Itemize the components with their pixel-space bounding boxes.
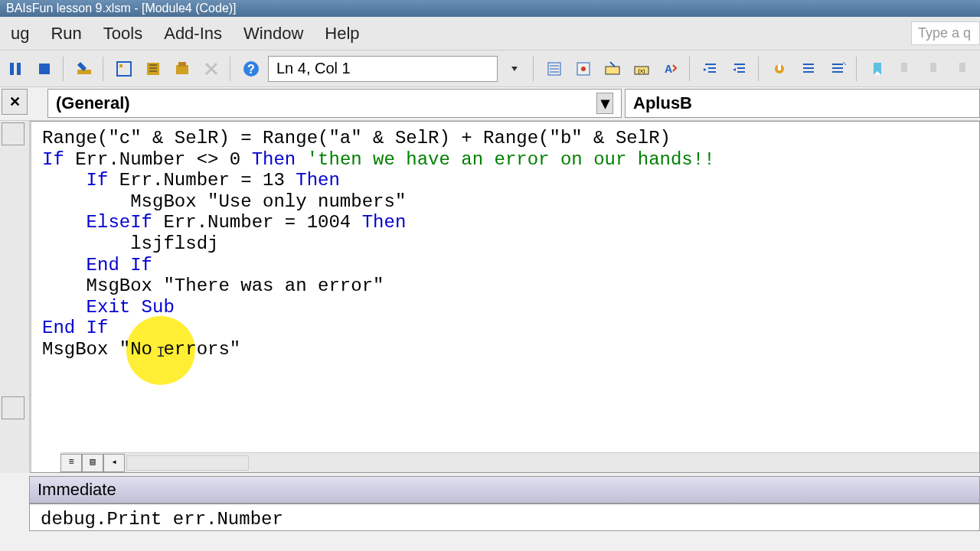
menu-left: ug Run Tools Add-Ins Window Help xyxy=(0,19,371,48)
dropdown-arrow-icon[interactable] xyxy=(502,57,527,81)
parameter-info-icon[interactable]: (x) xyxy=(629,57,654,81)
code-line: lsjflsdj xyxy=(42,233,969,255)
outdent-icon[interactable] xyxy=(727,57,752,81)
svg-rect-8 xyxy=(178,62,186,67)
title-bar: BAIsFun lesson 9.xlsm - [Module4 (Code)] xyxy=(0,0,980,17)
svg-rect-19 xyxy=(778,64,781,70)
bookmark-icon[interactable] xyxy=(865,57,890,81)
procedure-dropdown[interactable]: AplusB xyxy=(625,89,980,118)
list-properties-icon[interactable] xyxy=(542,57,567,81)
menu-help[interactable]: Help xyxy=(314,19,370,48)
menu-window[interactable]: Window xyxy=(233,19,314,48)
position-text: Ln 4, Col 1 xyxy=(276,60,351,77)
code-line: Exit Sub xyxy=(42,297,969,318)
menu-tools[interactable]: Tools xyxy=(93,19,153,48)
close-icon: ✕ xyxy=(9,93,21,110)
object-dropdown-value: (General) xyxy=(56,93,130,113)
scroll-controls: ≡ ▤ ◂ xyxy=(60,452,979,472)
left-gutter xyxy=(0,121,29,473)
svg-rect-14 xyxy=(606,67,619,74)
immediate-window[interactable]: debug.Print err.Number xyxy=(29,504,980,531)
design-mode-icon[interactable] xyxy=(72,57,96,81)
toolbar: ? Ln 4, Col 1 (x) A xyxy=(0,51,980,87)
toolbox-icon[interactable] xyxy=(199,57,224,81)
code-line: End If xyxy=(42,318,969,339)
type-question-box[interactable]: Type a q xyxy=(911,21,980,45)
immediate-window-header[interactable]: Immediate xyxy=(29,476,980,504)
svg-rect-5 xyxy=(119,64,122,67)
procedure-dropdown-value: AplusB xyxy=(633,93,692,113)
cursor-position: Ln 4, Col 1 xyxy=(268,56,498,82)
complete-word-icon[interactable]: A xyxy=(658,57,683,81)
scroll-left-button[interactable]: ◂ xyxy=(103,454,125,472)
text-cursor: I xyxy=(156,344,165,361)
object-dropdown[interactable]: (General) ▾ xyxy=(47,89,622,118)
breakpoint-icon[interactable] xyxy=(767,57,792,81)
menu-debug[interactable]: ug xyxy=(0,19,40,48)
object-browser-icon[interactable] xyxy=(170,57,194,81)
list-constants-icon[interactable] xyxy=(571,57,596,81)
pause-icon[interactable] xyxy=(3,57,28,81)
dropdown-row: ✕ (General) ▾ AplusB xyxy=(0,87,980,121)
svg-point-13 xyxy=(581,67,586,71)
window-title: BAIsFun lesson 9.xlsm - [Module4 (Code)] xyxy=(6,2,237,15)
svg-text:A: A xyxy=(665,63,672,75)
svg-rect-22 xyxy=(930,63,936,72)
svg-text:?: ? xyxy=(247,63,255,76)
menu-run[interactable]: Run xyxy=(40,19,92,48)
properties-icon[interactable] xyxy=(141,57,165,81)
help-icon[interactable]: ? xyxy=(239,57,263,81)
code-line: If Err.Number <> 0 Then 'then we have an… xyxy=(42,149,969,171)
gutter-box[interactable] xyxy=(2,396,24,419)
close-button[interactable]: ✕ xyxy=(2,89,28,115)
svg-rect-6 xyxy=(147,63,159,75)
separator xyxy=(689,57,692,81)
separator xyxy=(533,57,536,81)
immediate-content: debug.Print err.Number xyxy=(41,509,283,530)
svg-rect-23 xyxy=(959,63,965,72)
quick-info-icon[interactable] xyxy=(600,57,625,81)
prev-bookmark-icon[interactable] xyxy=(923,57,948,81)
code-line: End If xyxy=(42,255,969,276)
separator xyxy=(103,57,106,81)
menu-bar: ug Run Tools Add-Ins Window Help Type a … xyxy=(0,17,980,51)
procedure-view-button[interactable]: ≡ xyxy=(60,454,82,472)
immediate-title: Immediate xyxy=(38,480,116,500)
code-editor[interactable]: I Range("c" & SelR) = Range("a" & SelR) … xyxy=(29,121,980,473)
menu-addins[interactable]: Add-Ins xyxy=(153,19,233,48)
separator xyxy=(230,57,233,81)
horizontal-scrollbar[interactable] xyxy=(126,455,249,471)
svg-rect-2 xyxy=(39,64,50,74)
chevron-down-icon: ▾ xyxy=(596,93,613,114)
indent-icon[interactable] xyxy=(698,57,723,81)
separator xyxy=(856,57,859,81)
code-line: Range("c" & SelR) = Range("a" & SelR) + … xyxy=(42,128,969,149)
svg-rect-4 xyxy=(117,62,131,76)
stop-icon[interactable] xyxy=(32,57,57,81)
code-line: MsgBox "There was an error" xyxy=(42,276,969,297)
svg-text:(x): (x) xyxy=(638,67,645,74)
gutter-box[interactable] xyxy=(2,122,24,145)
project-explorer-icon[interactable] xyxy=(112,57,136,81)
svg-rect-1 xyxy=(17,63,21,75)
full-module-view-button[interactable]: ▤ xyxy=(82,454,103,472)
separator xyxy=(758,57,761,81)
next-bookmark-icon[interactable] xyxy=(894,57,919,81)
separator xyxy=(63,57,66,81)
code-line: MsgBox "No errors" xyxy=(42,339,969,360)
code-line: MsgBox "Use only numbers" xyxy=(42,191,969,213)
svg-rect-0 xyxy=(10,63,14,75)
comment-block-icon[interactable] xyxy=(796,57,821,81)
code-line: If Err.Number = 13 Then xyxy=(42,170,969,191)
clear-bookmarks-icon[interactable] xyxy=(952,57,977,81)
uncomment-block-icon[interactable] xyxy=(825,57,850,81)
svg-rect-21 xyxy=(901,63,907,72)
code-line: ElseIf Err.Number = 1004 Then xyxy=(42,212,969,233)
code-content: Range("c" & SelR) = Range("a" & SelR) + … xyxy=(42,128,969,360)
